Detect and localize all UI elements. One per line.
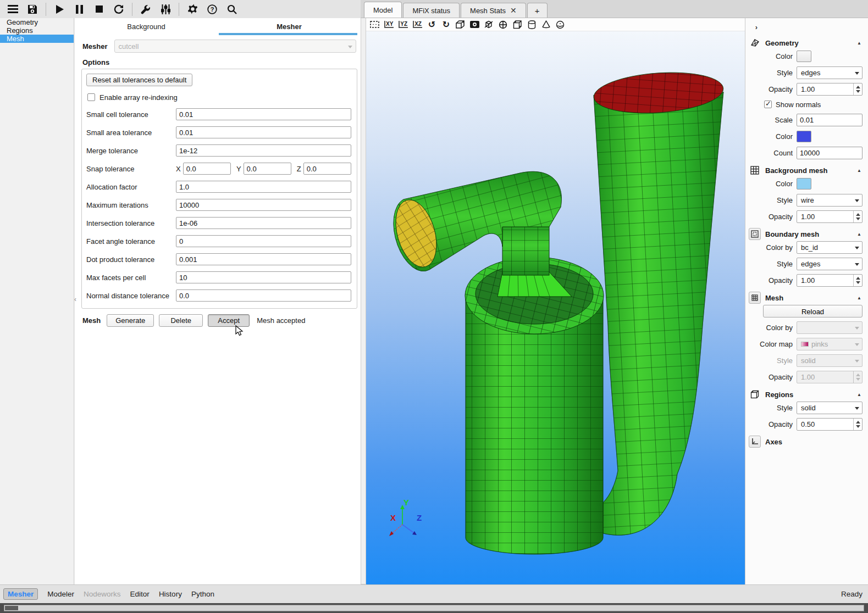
mesh-opacity-spinbox[interactable]: 1.00 — [797, 371, 863, 383]
hide-geometry-icon[interactable] — [484, 20, 494, 29]
geometry-style-dropdown[interactable]: edges — [797, 66, 863, 79]
reset-tolerances-button[interactable]: Reset all tolerances to default — [86, 74, 192, 86]
view-xy-icon[interactable]: XY — [384, 21, 394, 28]
collapse-arrow-icon[interactable]: ▲ — [857, 296, 861, 300]
screenshot-camera-icon[interactable] — [470, 20, 479, 29]
spin-buttons[interactable] — [853, 275, 862, 286]
spin-up-icon[interactable] — [856, 213, 860, 216]
mesh-icon[interactable] — [749, 292, 761, 304]
enable-reindex-checkbox[interactable] — [87, 93, 95, 101]
show-normals-checkbox[interactable] — [764, 101, 772, 108]
axes-icon[interactable] — [749, 436, 761, 448]
run-icon[interactable] — [50, 2, 69, 17]
accept-mesh-button[interactable]: Accept — [208, 314, 250, 327]
new-tab-button[interactable]: + — [527, 3, 548, 18]
panel-collapse-handle[interactable]: ‹ — [74, 296, 76, 303]
tab-model[interactable]: Model — [364, 2, 402, 18]
allocation-factor-input[interactable] — [176, 181, 351, 193]
boundary-mesh-icon[interactable] — [749, 228, 761, 240]
panel-splitter[interactable] — [361, 18, 366, 584]
cube-primitive-icon[interactable] — [513, 20, 522, 29]
spin-down-icon[interactable] — [856, 281, 860, 284]
collapse-arrow-icon[interactable]: ▲ — [857, 392, 861, 397]
regions-style-dropdown[interactable]: solid — [797, 402, 863, 414]
spin-buttons[interactable] — [853, 419, 862, 430]
section-regions-header[interactable]: Regions ▲ — [748, 387, 864, 402]
boundary-mesh-colorby-dropdown[interactable]: bc_id — [797, 241, 863, 254]
settings-gear-icon[interactable] — [183, 2, 202, 17]
view-xz-icon[interactable]: XZ — [413, 21, 422, 28]
spin-up-icon[interactable] — [856, 86, 860, 88]
solver-settings-icon[interactable] — [156, 2, 175, 17]
mode-mesher[interactable]: Mesher — [3, 588, 38, 600]
stop-icon[interactable] — [90, 2, 108, 17]
collapse-arrow-icon[interactable]: ▲ — [857, 168, 861, 173]
sidebar-item-geometry[interactable]: Geometry — [0, 18, 74, 26]
pause-icon[interactable] — [70, 2, 89, 17]
sidebar-item-mesh[interactable]: Mesh — [0, 35, 74, 43]
reload-mesh-button[interactable]: Reload — [763, 305, 863, 317]
intersection-tolerance-input[interactable] — [176, 217, 351, 229]
spin-down-icon[interactable] — [856, 218, 860, 220]
search-icon[interactable] — [223, 2, 241, 17]
close-tab-icon[interactable]: ✕ — [510, 6, 517, 15]
small-cell-tolerance-input[interactable] — [176, 108, 351, 120]
sidebar-item-regions[interactable]: Regions — [0, 26, 74, 35]
mode-editor[interactable]: Editor — [130, 590, 150, 598]
3d-viewport[interactable]: X Y Z — [366, 31, 745, 584]
rotate-ccw-icon[interactable]: ↺ — [427, 20, 436, 29]
background-mesh-style-dropdown[interactable]: wire — [797, 194, 863, 207]
small-area-tolerance-input[interactable] — [176, 126, 351, 138]
help-icon[interactable]: ? — [203, 2, 222, 17]
normals-count-input[interactable] — [797, 147, 863, 159]
mesher-dropdown[interactable]: cutcell — [114, 40, 356, 53]
boundary-mesh-style-dropdown[interactable]: edges — [797, 258, 863, 270]
snap-z-input[interactable] — [303, 163, 351, 175]
spin-down-icon[interactable] — [856, 90, 860, 93]
tab-background[interactable]: Background — [75, 18, 218, 35]
facet-angle-tolerance-input[interactable] — [176, 235, 351, 247]
collapse-arrow-icon[interactable]: ▲ — [857, 41, 861, 46]
merge-tolerance-input[interactable] — [176, 144, 351, 157]
rotate-cw-icon[interactable]: ↻ — [441, 20, 451, 29]
projection-toggle-icon[interactable] — [456, 20, 465, 29]
mesh-style-dropdown[interactable]: solid — [797, 354, 863, 367]
reset-session-icon[interactable] — [109, 2, 128, 17]
mode-history[interactable]: History — [159, 590, 182, 598]
mesh-colorby-dropdown[interactable] — [797, 321, 863, 334]
origin-crosshair-icon[interactable] — [499, 20, 508, 29]
build-wrench-icon[interactable] — [136, 2, 155, 17]
snap-y-input[interactable] — [244, 163, 291, 175]
spin-up-icon[interactable] — [856, 421, 860, 423]
fit-view-icon[interactable] — [370, 20, 379, 29]
spin-buttons[interactable] — [853, 83, 862, 95]
maximum-iterations-input[interactable] — [176, 199, 351, 211]
mode-modeler[interactable]: Modeler — [47, 590, 74, 598]
section-axes-header[interactable]: Axes — [748, 434, 864, 449]
geometry-color-swatch[interactable] — [797, 51, 811, 62]
mode-python[interactable]: Python — [191, 590, 214, 598]
menu-icon[interactable] — [3, 2, 22, 17]
section-background-mesh-header[interactable]: Background mesh ▲ — [748, 163, 864, 177]
max-facets-per-cell-input[interactable] — [176, 271, 351, 283]
tab-mfix-status[interactable]: MFiX status — [403, 3, 460, 18]
progress-handle[interactable] — [5, 606, 18, 610]
progress-track[interactable] — [4, 605, 864, 611]
normal-distance-tolerance-input[interactable] — [176, 289, 351, 302]
normals-scale-input[interactable] — [797, 114, 863, 126]
section-geometry-header[interactable]: Geometry ▲ — [748, 36, 864, 50]
save-icon[interactable] — [23, 2, 42, 17]
delete-mesh-button[interactable]: Delete — [159, 314, 203, 327]
normals-color-swatch[interactable] — [797, 131, 811, 142]
cylinder-primitive-icon[interactable] — [527, 20, 537, 29]
section-mesh-header[interactable]: Mesh ▲ — [748, 291, 864, 305]
generate-mesh-button[interactable]: Generate — [107, 314, 154, 327]
spin-buttons[interactable] — [853, 211, 862, 222]
sphere-primitive-icon[interactable] — [556, 20, 565, 29]
tab-mesh-stats[interactable]: Mesh Stats✕ — [461, 3, 526, 18]
cone-primitive-icon[interactable] — [541, 20, 551, 29]
background-mesh-color-swatch[interactable] — [797, 178, 811, 190]
background-mesh-opacity-spinbox[interactable]: 1.00 — [797, 210, 863, 223]
view-yz-icon[interactable]: YZ — [399, 21, 408, 28]
spin-down-icon[interactable] — [856, 425, 860, 428]
